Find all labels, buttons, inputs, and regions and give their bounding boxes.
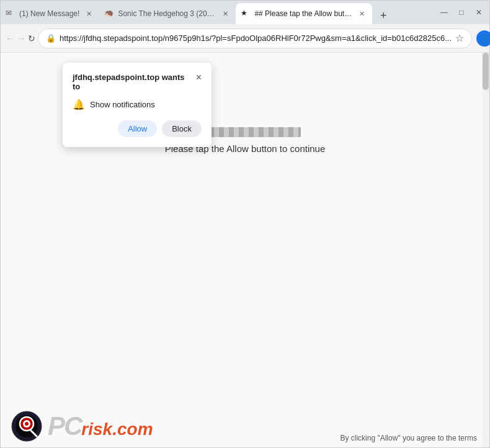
permission-text: Show notifications xyxy=(90,100,155,109)
bell-icon: 🔔 xyxy=(73,99,85,110)
popup-title: jfdhq.stepadspoint.top wants to xyxy=(73,73,196,91)
logo-text-wrap: PC risk.com xyxy=(48,411,153,441)
tab-2[interactable]: 🦔 Sonic The Hedgehog 3 (2024)... ✕ xyxy=(99,3,236,24)
back-button[interactable]: ← xyxy=(6,30,14,47)
tab-1-title: (1) New Message! xyxy=(19,9,79,18)
tab-3[interactable]: ★ ## Please tap the Allow button ✕ xyxy=(236,3,372,24)
window-controls: — □ ✕ xyxy=(436,1,489,24)
popup-buttons: Allow Block xyxy=(73,120,202,137)
tab-2-title: Sonic The Hedgehog 3 (2024)... xyxy=(118,9,216,18)
tab-1-favicon: ✉ xyxy=(6,9,16,19)
lock-icon: 🔒 xyxy=(46,34,56,43)
tab-bar: ✉ (1) New Message! ✕ 🦔 Sonic The Hedgeho… xyxy=(1,1,489,24)
bottom-logo: PC risk.com xyxy=(11,410,153,442)
logo-risk-text: risk.com xyxy=(81,419,153,439)
scrollbar[interactable] xyxy=(482,53,489,447)
tab-1-close[interactable]: ✕ xyxy=(83,8,94,19)
close-window-button[interactable]: ✕ xyxy=(471,4,487,20)
tab-3-close[interactable]: ✕ xyxy=(356,8,367,19)
tab-2-favicon: 🦔 xyxy=(104,9,114,19)
tab-2-close[interactable]: ✕ xyxy=(220,8,231,19)
profile-avatar: 👤 xyxy=(476,30,490,47)
tab-1[interactable]: ✉ (1) New Message! ✕ xyxy=(1,3,99,24)
tab-3-title: ## Please tap the Allow button xyxy=(254,9,352,18)
allow-button[interactable]: Allow xyxy=(118,120,157,137)
maximize-button[interactable]: □ xyxy=(453,4,470,20)
popup-header: jfdhq.stepadspoint.top wants to × xyxy=(73,73,202,91)
forward-button[interactable]: → xyxy=(17,30,25,47)
popup-permission-row: 🔔 Show notifications xyxy=(73,99,202,110)
tab-3-favicon: ★ xyxy=(241,9,251,19)
logo-pc-text: PC xyxy=(48,411,81,441)
toolbar-icons: 👤 ⋮ xyxy=(474,29,490,48)
profile-button[interactable]: 👤 xyxy=(474,29,490,48)
new-tab-button[interactable]: + xyxy=(375,7,392,24)
page-content: jfdhq.stepadspoint.top wants to × 🔔 Show… xyxy=(1,53,489,447)
popup-close-button[interactable]: × xyxy=(196,73,202,83)
block-button[interactable]: Block xyxy=(162,120,202,137)
browser-window: ✉ (1) New Message! ✕ 🦔 Sonic The Hedgeho… xyxy=(0,0,490,448)
pcrisk-logo-icon xyxy=(11,410,43,442)
address-bar: ← → ↻ 🔒 https://jfdhq.stepadspoint.top/n… xyxy=(1,24,489,53)
bookmark-icon[interactable]: ☆ xyxy=(455,32,464,44)
bottom-right-text: By clicking "Allow" you agree to the ter… xyxy=(340,434,477,442)
url-text: https://jfdhq.stepadspoint.top/n9675p9h1… xyxy=(60,34,452,43)
svg-point-4 xyxy=(25,422,29,426)
address-input-wrap[interactable]: 🔒 https://jfdhq.stepadspoint.top/n9675p9… xyxy=(38,29,472,48)
scrollbar-thumb[interactable] xyxy=(483,53,489,90)
reload-button[interactable]: ↻ xyxy=(28,30,35,47)
minimize-button[interactable]: — xyxy=(436,4,452,20)
notification-popup: jfdhq.stepadspoint.top wants to × 🔔 Show… xyxy=(63,63,212,147)
